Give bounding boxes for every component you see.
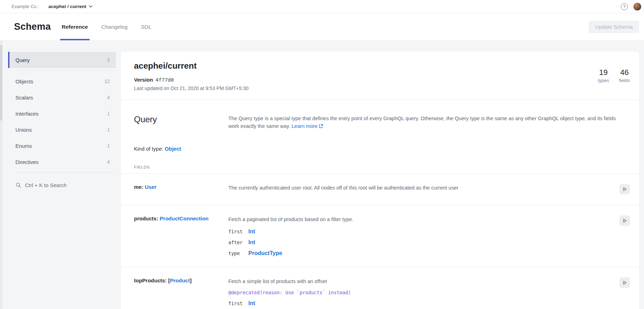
page-title: Schema	[14, 21, 51, 32]
sidebar-item-directives[interactable]: Directives 4	[8, 154, 116, 170]
avatar[interactable]	[633, 3, 641, 11]
play-icon	[622, 218, 627, 223]
sidebar-item-interfaces[interactable]: Interfaces 1	[8, 105, 116, 122]
arg-type-link[interactable]: Int	[248, 239, 255, 246]
fields-section-header: FIELDS	[121, 165, 639, 174]
type-name: Query	[134, 115, 228, 130]
field-row-topproducts: topProducts: [Product] Fetch a simple li…	[121, 267, 639, 309]
sidebar-item-unions[interactable]: Unions 1	[8, 122, 116, 138]
kind-of-type: Kind of type: Object	[121, 130, 639, 152]
play-icon	[622, 280, 627, 285]
field-name: topProducts: [	[134, 277, 170, 283]
count-badge: 4	[107, 159, 110, 165]
count-badge: 1	[107, 143, 110, 149]
field-type-link-productconnection[interactable]: ProductConnection	[160, 215, 208, 221]
content-area: Query 3 Objects 12 Scalars 4 Interfaces …	[0, 41, 644, 309]
field-name: me:	[134, 184, 145, 190]
deprecated-annotation: @deprecated(reason: Use `products` inste…	[228, 290, 615, 295]
graph-title: acephei/current	[134, 61, 248, 71]
topbar-right: ?	[621, 3, 639, 11]
field-name: products:	[134, 215, 160, 221]
count-badge: 1	[107, 127, 110, 132]
tab-reference[interactable]: Reference	[62, 13, 88, 40]
tab-changelog[interactable]: Changelog	[101, 13, 128, 40]
sidebar-divider	[15, 70, 116, 71]
graph-summary: acephei/current Version4f77d0 Last updat…	[121, 52, 639, 100]
count-badge: 4	[107, 95, 110, 100]
chevron-down-icon	[89, 5, 93, 8]
arg-row: firstInt	[228, 300, 615, 307]
field-type-link-product[interactable]: Product	[170, 277, 190, 283]
last-updated: Last updated on Oct 21, 2020 at 9:53 PM …	[134, 85, 248, 91]
arg-name: type	[228, 250, 248, 256]
arg-row: typeProductType	[228, 250, 615, 256]
search-trigger[interactable]: Ctrl + K to Search	[8, 182, 116, 188]
count-badge: 12	[104, 78, 110, 84]
graph-selector[interactable]: acephei / current	[48, 4, 93, 9]
update-schema-button[interactable]: Update Schema	[589, 21, 639, 33]
sidebar-divider	[15, 172, 116, 173]
left-scrollbar	[0, 41, 2, 309]
schema-stats: 19 types 46 fields	[598, 68, 630, 91]
schema-nav-sidebar: Query 3 Objects 12 Scalars 4 Interfaces …	[0, 41, 119, 309]
page-header: Schema Reference Changelog SDL Update Sc…	[0, 13, 644, 41]
arg-type-link[interactable]: Int	[248, 228, 255, 235]
run-in-explorer-button[interactable]	[619, 215, 630, 226]
help-icon[interactable]: ?	[621, 3, 628, 10]
kind-object-link[interactable]: Object	[165, 146, 181, 152]
stat-fields: 46 fields	[619, 68, 630, 91]
sidebar-item-query[interactable]: Query 3	[8, 52, 116, 68]
tab-bar: Reference Changelog SDL	[62, 13, 152, 40]
search-hint-label: Ctrl + K to Search	[25, 182, 67, 188]
type-intro: Query The Query type is a special type t…	[121, 100, 639, 130]
sidebar-item-scalars[interactable]: Scalars 4	[8, 89, 116, 105]
type-description: The Query type is a special type that de…	[228, 115, 616, 130]
version-value: 4f77d0	[155, 77, 174, 83]
field-description: Fetch a simple list of products with an …	[228, 278, 615, 286]
graph-selector-label: acephei / current	[48, 4, 86, 9]
arg-type-link[interactable]: ProductType	[248, 250, 282, 256]
arg-name: first	[228, 229, 248, 234]
arg-row: firstInt	[228, 228, 615, 235]
left-scrollbar-thumb[interactable]	[0, 45, 2, 121]
field-description: Fetch a paginated list of products based…	[228, 216, 615, 224]
top-bar: Example Co.: acephei / current ?	[0, 0, 644, 13]
count-badge: 1	[107, 111, 110, 116]
arg-type-link[interactable]: Int	[248, 300, 255, 307]
field-description: The currently authenticated user root. A…	[228, 184, 615, 192]
run-in-explorer-button[interactable]	[619, 184, 630, 194]
app-window: Example Co.: acephei / current ? Schema …	[0, 0, 644, 309]
sidebar-item-objects[interactable]: Objects 12	[8, 73, 116, 89]
arg-name: after	[228, 240, 248, 245]
version-label: Version	[134, 77, 153, 83]
external-link-icon	[319, 124, 323, 128]
arg-row: afterInt	[228, 239, 615, 246]
stat-types: 19 types	[598, 68, 609, 91]
field-row-me: me: User The currently authenticated use…	[121, 174, 639, 205]
tab-sdl[interactable]: SDL	[141, 13, 152, 40]
sidebar-item-enums[interactable]: Enums 1	[8, 138, 116, 154]
field-row-products: products: ProductConnection Fetch a pagi…	[121, 205, 639, 267]
field-name-suffix: ]	[190, 277, 192, 283]
run-in-explorer-button[interactable]	[619, 277, 630, 288]
field-args: firstInt afterInt typeProductType	[228, 228, 615, 256]
org-label: Example Co.:	[12, 4, 39, 9]
play-icon	[622, 187, 627, 192]
count-badge: 3	[107, 57, 110, 63]
search-icon	[15, 182, 21, 188]
learn-more-link[interactable]: Learn more	[291, 123, 317, 129]
field-type-link-user[interactable]: User	[145, 184, 156, 190]
schema-reference-card: acephei/current Version4f77d0 Last updat…	[121, 52, 639, 309]
field-args: firstInt	[228, 300, 615, 307]
arg-name: first	[228, 301, 248, 306]
